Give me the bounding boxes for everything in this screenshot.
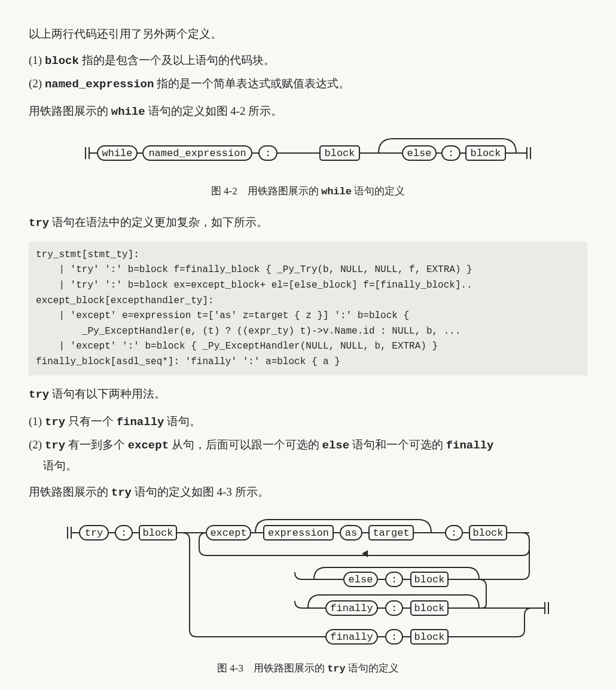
fig43-code: try <box>327 663 346 674</box>
t-colon-3: : <box>391 575 397 586</box>
token-named-expression: named_expression <box>148 148 246 159</box>
try-diag-b: 语句的定义如图 4-3 所示。 <box>132 486 269 498</box>
t-as: as <box>345 528 357 539</box>
t-try: try <box>85 528 103 539</box>
t-colon-2: : <box>451 528 457 539</box>
t-colon-1: : <box>121 528 127 539</box>
definition-2: (2) named_expression 指的是一个简单表达式或赋值表达式。 <box>29 74 587 94</box>
t-block-1: block <box>142 528 173 539</box>
definitions-list: (1) block 指的是包含一个及以上语句的代码块。 (2) named_ex… <box>29 50 587 94</box>
t-expression: expression <box>268 528 329 539</box>
def1-suffix: 指的是包含一个及以上语句的代码块。 <box>79 54 275 66</box>
u2-e: 语句。 <box>40 459 77 472</box>
while-lead-code: while <box>111 105 145 118</box>
t-target: target <box>373 528 409 539</box>
t-block-4: block <box>414 603 444 615</box>
fig42-b: 语句的定义 <box>352 185 405 197</box>
try-diag-code: try <box>111 486 132 499</box>
grammar-code-block: try_stmt[stmt_ty]: | 'try' ':' b=block f… <box>29 242 587 376</box>
try-lead-code: try <box>29 216 49 230</box>
t-block-2: block <box>472 528 503 539</box>
svg-marker-24 <box>362 550 368 557</box>
def2-code: named_expression <box>45 78 154 91</box>
try-usage-code: try <box>29 388 49 401</box>
definition-1: (1) block 指的是包含一个及以上语句的代码块。 <box>29 50 587 71</box>
diagram-while: while named_expression : block else : bl… <box>29 134 587 176</box>
t-block-3: block <box>414 575 444 586</box>
token-colon-1: : <box>265 148 271 159</box>
t-else: else <box>349 575 373 586</box>
fig43-a: 图 4-3 用铁路图展示的 <box>217 662 327 674</box>
while-lead-b: 语句的定义如图 4-2 所示。 <box>145 105 283 117</box>
token-block-1: block <box>324 148 355 159</box>
u2-c1: try <box>45 439 65 452</box>
u1-a: (1) <box>29 415 45 428</box>
u1-c2: finally <box>117 416 164 429</box>
try-diagram-lead: 用铁路图展示的 try 语句的定义如图 4-3 所示。 <box>29 482 587 503</box>
fig43-b: 语句的定义 <box>346 662 399 674</box>
fig42-a: 图 4-2 用铁路图展示的 <box>211 185 321 197</box>
token-else: else <box>407 148 432 159</box>
intro-paragraph: 以上两行代码还引用了另外两个定义。 <box>29 24 587 44</box>
usage-2: (2) try 有一到多个 except 从句，后面可以跟一个可选的 else … <box>29 435 587 476</box>
def2-suffix: 指的是一个简单表达式或赋值表达式。 <box>154 77 350 90</box>
try-lead-paragraph: try 语句在语法中的定义更加复杂，如下所示。 <box>29 212 587 233</box>
t-finally-1: finally <box>330 603 373 615</box>
while-lead-paragraph: 用铁路图展示的 while 语句的定义如图 4-2 所示。 <box>29 101 587 122</box>
u1-b: 只有一个 <box>65 415 117 428</box>
diagram-try: try : block except expression as target … <box>29 515 587 653</box>
token-while: while <box>102 148 132 159</box>
t-block-5: block <box>414 632 444 643</box>
t-except: except <box>210 528 246 539</box>
u2-b: 有一到多个 <box>65 438 128 451</box>
try-diag-a: 用铁路图展示的 <box>29 486 111 498</box>
try-lead-text: 语句在语法中的定义更加复杂，如下所示。 <box>49 216 268 228</box>
def1-code: block <box>45 54 79 68</box>
def1-prefix: (1) <box>29 54 45 66</box>
t-finally-2: finally <box>330 632 373 643</box>
usage-1: (1) try 只有一个 finally 语句。 <box>29 411 587 432</box>
u1-c1: try <box>45 416 65 429</box>
token-colon-2: : <box>448 148 454 159</box>
while-lead-a: 用铁路图展示的 <box>29 105 111 117</box>
u2-c3: else <box>322 439 350 452</box>
u2-c2: except <box>128 439 169 452</box>
fig42-code: while <box>321 186 352 197</box>
try-usage-paragraph: try 语句有以下两种用法。 <box>29 384 587 405</box>
u2-a: (2) <box>29 438 45 451</box>
def2-prefix: (2) <box>29 77 45 90</box>
token-block-2: block <box>470 148 501 159</box>
t-colon-4: : <box>391 603 397 615</box>
u2-c: 从句，后面可以跟一个可选的 <box>169 438 322 451</box>
u1-c: 语句。 <box>164 415 201 428</box>
fig-4-3-caption: 图 4-3 用铁路图展示的 try 语句的定义 <box>29 660 587 679</box>
usage-list: (1) try 只有一个 finally 语句。 (2) try 有一到多个 e… <box>29 411 587 477</box>
u2-d: 语句和一个可选的 <box>349 438 446 451</box>
fig-4-2-caption: 图 4-2 用铁路图展示的 while 语句的定义 <box>29 182 587 201</box>
try-usage-text: 语句有以下两种用法。 <box>49 387 166 400</box>
t-colon-5: : <box>391 632 397 643</box>
u2-c4: finally <box>446 439 494 452</box>
